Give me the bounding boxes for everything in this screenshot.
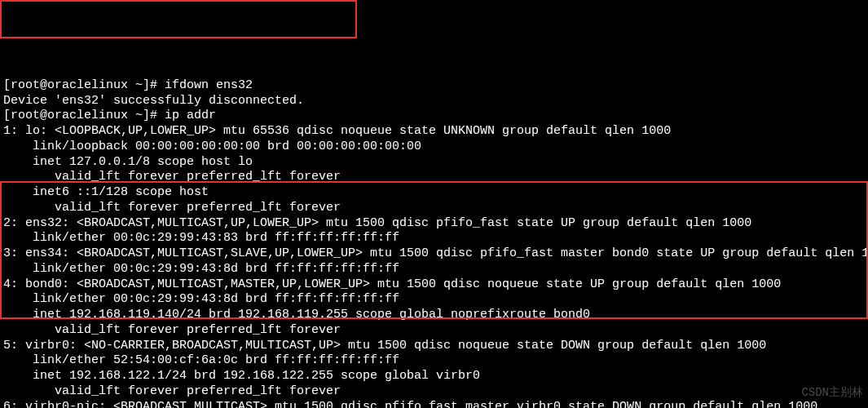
- disconnect-message: Device 'ens32' successfully disconnected…: [3, 94, 304, 108]
- ipaddr-line: inet 127.0.0.1/8 scope host lo: [3, 155, 253, 169]
- ipaddr-line: link/ether 52:54:00:cf:6a:0c brd ff:ff:f…: [3, 353, 399, 367]
- ipaddr-line: 2: ens32: <BROADCAST,MULTICAST,UP,LOWER_…: [3, 216, 751, 230]
- ipaddr-line: valid_lft forever preferred_lft forever: [3, 384, 341, 398]
- command-ip-addr: ip addr: [165, 109, 216, 122]
- ipaddr-line: 4: bond0: <BROADCAST,MULTICAST,MASTER,UP…: [3, 277, 781, 291]
- ipaddr-line: valid_lft forever preferred_lft forever: [3, 323, 341, 337]
- ipaddr-line: valid_lft forever preferred_lft forever: [3, 170, 341, 184]
- ipaddr-line: inet 192.168.119.140/24 brd 192.168.119.…: [3, 308, 590, 322]
- ipaddr-line: 6: virbr0-nic: <BROADCAST,MULTICAST> mtu…: [3, 400, 817, 409]
- ipaddr-line: link/ether 00:0c:29:99:43:8d brd ff:ff:f…: [3, 262, 399, 276]
- highlight-box-ifdown: [0, 0, 357, 38]
- shell-prompt: [root@oraclelinux ~]#: [3, 78, 165, 92]
- ipaddr-line: valid_lft forever preferred_lft forever: [3, 201, 341, 215]
- ipaddr-line: link/loopback 00:00:00:00:00:00 brd 00:0…: [3, 140, 421, 153]
- ipaddr-line: 5: virbr0: <NO-CARRIER,BROADCAST,MULTICA…: [3, 339, 766, 353]
- ipaddr-line: inet6 ::1/128 scope host: [3, 185, 209, 199]
- ipaddr-line: inet 192.168.122.1/24 brd 192.168.122.25…: [3, 369, 480, 383]
- ipaddr-line: 1: lo: <LOOPBACK,UP,LOWER_UP> mtu 65536 …: [3, 124, 671, 138]
- command-ifdown: ifdown ens32: [165, 78, 253, 92]
- watermark-text: CSDN主别林: [801, 386, 863, 401]
- ipaddr-line: link/ether 00:0c:29:99:43:8d brd ff:ff:f…: [3, 292, 399, 306]
- shell-prompt: [root@oraclelinux ~]#: [3, 109, 165, 122]
- ipaddr-line: 3: ens34: <BROADCAST,MULTICAST,SLAVE,UP,…: [3, 246, 868, 260]
- terminal-output: [root@oraclelinux ~]# ifdown ens32 Devic…: [0, 61, 868, 408]
- ipaddr-line: link/ether 00:0c:29:99:43:83 brd ff:ff:f…: [3, 231, 399, 245]
